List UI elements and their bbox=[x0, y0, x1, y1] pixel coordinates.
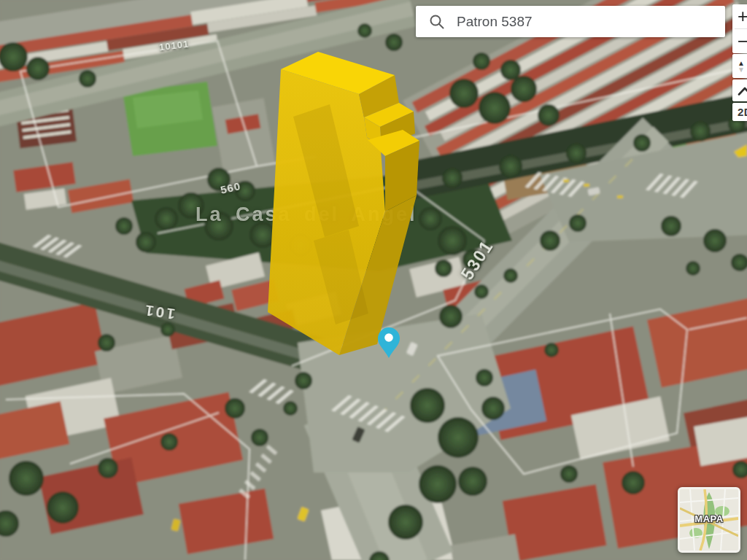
zoom-out-button[interactable]: − bbox=[732, 29, 747, 53]
zoom-in-button[interactable]: + bbox=[732, 4, 747, 28]
zoom-controls: + − bbox=[732, 4, 747, 53]
map-app-window: 10101 560 5301 101 La Casa del Angel bbox=[0, 0, 747, 560]
tilt-control-card: ▲ ▼ bbox=[732, 54, 747, 78]
rotate-north-button[interactable] bbox=[732, 79, 747, 101]
rotate-control-card bbox=[732, 79, 747, 101]
search-input[interactable] bbox=[455, 13, 716, 31]
mode-2d-card: 2D bbox=[732, 103, 747, 121]
tilt-control[interactable]: ▲ ▼ bbox=[732, 54, 747, 78]
minimap-toggle[interactable]: MAPA bbox=[678, 487, 740, 553]
tilt-down-icon: ▼ bbox=[738, 66, 745, 73]
search-bar bbox=[416, 6, 725, 37]
minimap-label: MAPA bbox=[680, 513, 738, 524]
mode-2d-button[interactable]: 2D bbox=[732, 103, 747, 121]
search-icon bbox=[429, 14, 445, 30]
chevron-up-icon bbox=[738, 86, 747, 96]
